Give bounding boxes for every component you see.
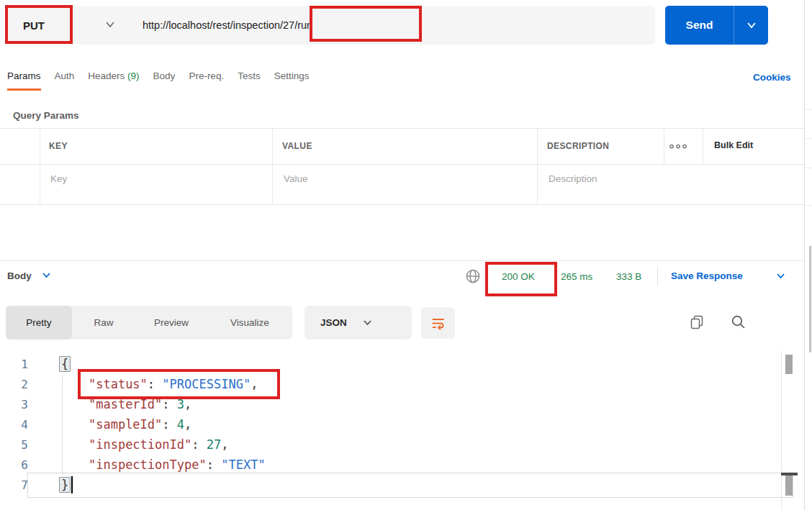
- line-number: 7: [0, 478, 40, 492]
- send-button-label: Send: [665, 19, 734, 32]
- code-line: 4 "sampleId": 4,: [0, 414, 804, 434]
- strip-line: [805, 109, 812, 110]
- param-description-input[interactable]: [547, 173, 723, 185]
- table-border-top: [0, 128, 804, 129]
- tab-headers[interactable]: Headers (9): [88, 70, 139, 88]
- search-icon: [730, 314, 747, 331]
- code-lines: 1{2 "status": "PROCESSING",3 "masterId":…: [0, 354, 804, 495]
- code-line: 1{: [0, 354, 804, 374]
- meta-divider: [657, 267, 658, 286]
- text-cursor: [71, 476, 73, 493]
- url-input[interactable]: http://localhost/rest/inspection/27/run: [143, 19, 648, 31]
- search-response-button[interactable]: [730, 314, 747, 331]
- line-number: 6: [0, 458, 40, 472]
- response-section-divider: [0, 260, 804, 261]
- code-token-plain: ,: [184, 417, 191, 432]
- headers-count-badge: (9): [127, 70, 140, 81]
- method-selector[interactable]: PUT: [23, 19, 45, 32]
- cookies-link[interactable]: Cookies: [753, 72, 791, 83]
- column-header-value: VALUE: [282, 141, 312, 151]
- method-chevron-down-icon[interactable]: [105, 21, 115, 28]
- status-badge: 200 OK: [502, 271, 535, 282]
- code-line-content[interactable]: {: [40, 356, 71, 372]
- code-token-key: "inspectionType": [89, 457, 207, 472]
- code-token-ws: [59, 397, 89, 411]
- tab-tests[interactable]: Tests: [238, 70, 261, 88]
- send-chevron-down-icon[interactable]: [734, 22, 768, 29]
- format-dropdown[interactable]: JSON: [304, 306, 412, 340]
- tab-pre-request[interactable]: Pre-req.: [189, 70, 224, 88]
- code-token-key: "sampleId": [89, 417, 162, 432]
- view-tab-preview[interactable]: Preview: [135, 306, 207, 340]
- more-options-icon[interactable]: [668, 143, 688, 150]
- code-token-brace: {: [59, 356, 71, 372]
- save-response-chevron-down-icon[interactable]: [776, 273, 785, 279]
- strip-line: [805, 205, 812, 206]
- line-number: 2: [0, 378, 40, 391]
- code-token-plain: ,: [221, 437, 228, 452]
- code-line: 7}: [0, 475, 804, 495]
- param-value-input[interactable]: [282, 173, 458, 185]
- tab-params[interactable]: Params: [7, 70, 41, 91]
- tab-auth[interactable]: Auth: [55, 70, 75, 88]
- editor-scrollbar-thumb[interactable]: [785, 475, 793, 496]
- view-tab-pretty[interactable]: Pretty: [6, 306, 72, 340]
- body-chevron-down-icon[interactable]: [42, 272, 51, 278]
- code-token-key: "inspectionId": [89, 437, 191, 452]
- response-body-dropdown[interactable]: Body: [7, 270, 32, 281]
- code-token-plain: :: [191, 437, 206, 452]
- code-line-content[interactable]: "status": "PROCESSING",: [40, 377, 258, 391]
- copy-response-button[interactable]: [688, 314, 705, 331]
- view-tab-visualize[interactable]: Visualize: [207, 306, 292, 340]
- strip-line: [805, 168, 812, 168]
- editor-scrollbar-track: [781, 350, 782, 510]
- globe-icon[interactable]: [465, 268, 481, 284]
- code-line: 6 "inspectionType": "TEXT": [0, 455, 804, 475]
- strip-line: [805, 138, 812, 139]
- response-time: 265 ms: [561, 271, 592, 282]
- wrap-text-button[interactable]: [421, 307, 455, 339]
- response-view-tabs: Pretty Raw Preview Visualize: [6, 306, 292, 340]
- view-tab-raw[interactable]: Raw: [72, 306, 135, 340]
- response-size: 333 B: [616, 271, 641, 282]
- format-label: JSON: [320, 317, 347, 328]
- table-border-header: [0, 164, 804, 165]
- page-scrollbar-thumb[interactable]: [809, 246, 811, 352]
- code-line-content[interactable]: "sampleId": 4,: [40, 417, 191, 432]
- table-column-divider: [40, 128, 40, 204]
- table-column-divider: [272, 128, 273, 204]
- code-token-brace: }: [59, 477, 71, 493]
- line-number: 3: [0, 398, 40, 411]
- tab-body[interactable]: Body: [153, 70, 176, 88]
- save-response-button[interactable]: Save Response: [671, 270, 743, 281]
- code-line-content[interactable]: "masterId": 3,: [40, 397, 191, 411]
- code-token-plain: :: [207, 457, 221, 472]
- code-token-number: 27: [207, 437, 221, 452]
- code-token-ws: [59, 457, 89, 472]
- code-token-plain: ,: [251, 377, 258, 391]
- code-token-ws: [59, 377, 89, 391]
- param-key-input[interactable]: [49, 173, 225, 185]
- request-tabs: Params Auth Headers (9) Body Pre-req. Te…: [7, 70, 309, 95]
- code-line: 3 "masterId": 3,: [0, 394, 804, 414]
- tab-settings[interactable]: Settings: [274, 70, 310, 88]
- response-body-editor[interactable]: 1{2 "status": "PROCESSING",3 "masterId":…: [0, 354, 804, 495]
- code-line-content[interactable]: }: [40, 476, 73, 493]
- bulk-edit-button[interactable]: Bulk Edit: [714, 140, 753, 150]
- code-token-string: "PROCESSING": [162, 377, 251, 391]
- code-line-content[interactable]: "inspectionType": "TEXT": [40, 457, 266, 472]
- editor-scrollbar-thumb[interactable]: [785, 355, 793, 374]
- wrap-text-icon: [431, 316, 446, 330]
- code-token-ws: [59, 437, 89, 452]
- line-number: 1: [0, 358, 40, 371]
- code-line: 5 "inspectionId": 27,: [0, 434, 804, 455]
- code-token-string: "TEXT": [221, 457, 265, 472]
- line-number: 5: [0, 438, 40, 452]
- column-header-description: DESCRIPTION: [547, 141, 609, 151]
- code-line-content[interactable]: "inspectionId": 27,: [40, 437, 228, 452]
- tab-headers-label: Headers: [88, 70, 125, 81]
- code-token-key: "status": [89, 377, 148, 391]
- panel-right-border: [804, 0, 805, 510]
- send-button[interactable]: Send: [665, 6, 768, 45]
- code-token-plain: :: [148, 377, 162, 391]
